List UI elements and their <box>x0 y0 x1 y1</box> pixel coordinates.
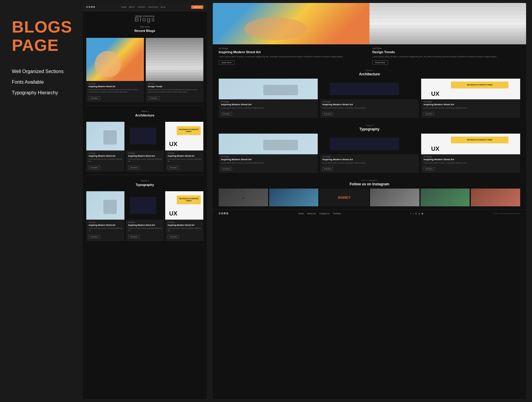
nav-cta-button[interactable]: HIRE ME <box>191 5 203 9</box>
right-typo-grid: Art Design Inspiring Modern Street Art L… <box>219 134 520 173</box>
hero-section: What's Interesting Blogs Date None Recen… <box>83 11 207 38</box>
insta-item-4[interactable] <box>370 189 419 206</box>
footer-link-about[interactable]: About Us <box>307 213 316 215</box>
footer-links: Home About Us Contact Us Portfolio <box>298 213 341 215</box>
read-more-btn-1[interactable]: Read More <box>89 96 100 100</box>
footer-link-home[interactable]: Home <box>298 213 304 215</box>
blog-card-img-1 <box>86 38 144 81</box>
right-arch-label: Theme 1 <box>219 69 520 72</box>
right-arch-tag-3: Art Design <box>424 101 518 103</box>
right-read-more-2[interactable]: Read More <box>372 60 388 65</box>
arch-read-more-2[interactable]: Read More <box>128 166 140 169</box>
right-hero-images <box>213 3 526 44</box>
right-typo-content-2: Art Design Inspiring Modern Street Art L… <box>320 154 419 173</box>
right-blog-title-1: Inspiring Modern Street Art <box>219 50 366 54</box>
blog-card-content-1: Art Design Inspiring Modern Street Art L… <box>86 81 144 102</box>
social-facebook[interactable]: f <box>410 212 411 215</box>
blog-card-title-2: Design Trends <box>148 85 201 87</box>
nav-link-contact[interactable]: CONTACT <box>137 6 146 8</box>
right-footer: CORD Home About Us Contact Us Portfolio … <box>213 209 526 217</box>
right-arch-card-2: Art Design Inspiring Modern Street Art L… <box>320 79 419 118</box>
right-typo-tag-1: Art Design <box>221 156 315 158</box>
typo-card-text-3: Lorem ipsum dolor sit amet, consectetur … <box>168 227 201 232</box>
typo-read-more-3[interactable]: Read More <box>168 235 179 239</box>
insta-item-1[interactable]: 📱 <box>219 189 268 206</box>
features-list: Well Organized Sections Fonts Available … <box>12 69 68 95</box>
blog-card-title-1: Inspiring Modern Street Art <box>89 85 142 87</box>
right-arch-card-title-3: Inspiring Modern Street Art <box>424 103 518 106</box>
right-arch-read-more-2[interactable]: Read More <box>322 112 333 116</box>
typo-card-img-3 <box>165 191 203 220</box>
nav-link-about[interactable]: ABOUT <box>129 6 135 8</box>
typo-read-more-2[interactable]: Read More <box>128 235 140 239</box>
arch-read-more-1[interactable]: Read More <box>89 166 100 169</box>
right-arch-img-3 <box>421 79 520 99</box>
right-typo-content-3: Art Design Inspiring Modern Street Art L… <box>421 154 520 173</box>
blog-card-text-2: Lorem ipsum dolor sit amet, consectetur … <box>148 89 201 93</box>
nav-links: HOME ABOUT CONTACT PORTFOLIO BLOG <box>121 6 166 8</box>
insta-icon-3: AGENCY <box>319 189 369 206</box>
left-mockup: CORD HOME ABOUT CONTACT PORTFOLIO BLOG H… <box>83 3 207 399</box>
nav-link-portfolio[interactable]: PORTFOLIO <box>148 6 158 8</box>
arch-card-text-1: Lorem ipsum dolor sit amet, consectetur … <box>89 158 122 163</box>
typo-card-text-2: Lorem ipsum dolor sit amet, consectetur … <box>128 227 162 232</box>
right-typo-card-2: Art Design Inspiring Modern Street Art L… <box>320 134 419 173</box>
blog-card-tag-1: Art Design <box>89 83 142 85</box>
arch-read-more-3[interactable]: Read More <box>168 166 179 169</box>
arch-card-tag-3: Art Design <box>168 152 201 154</box>
arch-title: Architecture <box>83 114 207 117</box>
right-hero-art <box>213 3 369 44</box>
insta-item-6[interactable] <box>471 189 520 206</box>
insta-label: LET'S CONNECT <box>219 179 520 181</box>
right-blog-text-1: Lorem ipsum dolor sit amet, consectetur … <box>219 55 366 59</box>
read-more-btn-2[interactable]: Read More <box>148 96 160 100</box>
right-arch-card-text-2: Lorem ipsum dolor sit amet, consectetur … <box>322 107 417 109</box>
nav-link-home[interactable]: HOME <box>121 6 126 8</box>
typo-card-3: Art Design Inspiring Modern Street Art L… <box>165 191 203 241</box>
architecture-section-header: Theme 1 Architecture <box>83 108 207 122</box>
page-title: BLOGS PAGE <box>12 18 68 54</box>
right-arch-tag-1: Art Design <box>221 101 315 103</box>
art-image-2 <box>146 38 203 81</box>
right-arch-content-1: Art Design Inspiring Modern Street Art L… <box>219 99 318 118</box>
social-pinterest[interactable]: p <box>419 212 420 215</box>
right-typo-title: Typography <box>219 127 520 131</box>
right-typo-read-more-3[interactable]: Read More <box>424 167 434 171</box>
right-arch-read-more-3[interactable]: Read More <box>424 112 434 116</box>
right-typo-img-2 <box>320 134 419 154</box>
nav-logo: CORD <box>86 6 96 8</box>
typo-card-2: Art Design Inspiring Modern Street Art L… <box>126 191 164 241</box>
right-read-more-1[interactable]: Read More <box>219 60 234 65</box>
right-typo-read-more-2[interactable]: Read More <box>322 167 333 171</box>
right-typo-read-more-1[interactable]: Read More <box>221 167 232 171</box>
insta-item-2[interactable] <box>269 189 319 206</box>
social-youtube[interactable]: ▶ <box>422 212 424 215</box>
design-image-2 <box>165 191 203 220</box>
right-arch-card-1: Art Design Inspiring Modern Street Art L… <box>219 79 318 118</box>
arch-card-content-3: Art Design Inspiring Modern Street Art L… <box>165 150 203 172</box>
typo-read-more-1[interactable]: Read More <box>89 235 100 239</box>
nav-link-blog[interactable]: BLOG <box>161 6 166 8</box>
typo-card-tag-2: Art Design <box>128 221 162 223</box>
insta-item-5[interactable] <box>421 189 470 206</box>
section-label: Date None <box>87 26 202 28</box>
arch-card-2: Art Design Inspiring Modern Street Art L… <box>126 122 164 172</box>
footer-link-contact[interactable]: Contact Us <box>319 213 330 215</box>
blog-card-content-2: Life Photo Design Trends Lorem ipsum dol… <box>146 81 203 102</box>
laptop-image-1 <box>126 122 164 150</box>
insta-item-3[interactable]: AGENCY <box>319 189 369 206</box>
typo-card-img-1 <box>86 191 124 220</box>
architecture-grid: Art Design Inspiring Modern Street Art L… <box>83 122 207 175</box>
right-arch-card-3: Art Design Inspiring Modern Street Art L… <box>421 79 520 118</box>
right-arch-card-title-1: Inspiring Modern Street Art <box>221 103 315 106</box>
social-instagram[interactable]: in <box>415 212 417 215</box>
typo-card-text-1: Lorem ipsum dolor sit amet, consectetur … <box>89 227 122 232</box>
typography-section-header: Theme 2 Typography <box>83 177 207 191</box>
arch-card-title-3: Inspiring Modern Street Art <box>168 155 201 157</box>
footer-link-portfolio[interactable]: Portfolio <box>333 213 341 215</box>
right-arch-read-more-1[interactable]: Read More <box>221 112 232 116</box>
right-typo-card-1: Art Design Inspiring Modern Street Art L… <box>219 134 318 173</box>
social-twitter[interactable]: t <box>413 212 413 215</box>
right-arch-tag-2: Art Design <box>322 101 417 103</box>
typography-grid: Art Design Inspiring Modern Street Art L… <box>83 191 207 244</box>
